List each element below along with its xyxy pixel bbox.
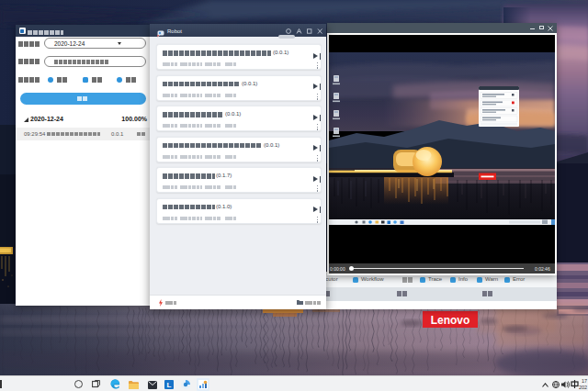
- svg-text:Lenovo: Lenovo: [431, 314, 470, 327]
